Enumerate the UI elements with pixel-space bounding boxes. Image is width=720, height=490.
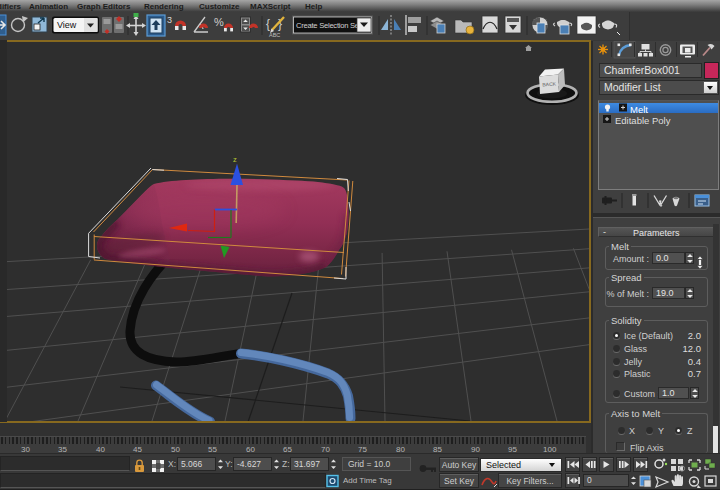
svg-text:BACK: BACK xyxy=(542,81,557,88)
svg-text:Create Selection Se: Create Selection Se xyxy=(296,21,359,30)
svg-text:3: 3 xyxy=(167,15,172,25)
svg-text:View: View xyxy=(57,20,77,30)
svg-text:{: { xyxy=(266,17,270,31)
svg-text:z: z xyxy=(233,155,237,164)
svg-text:%: % xyxy=(214,16,224,28)
svg-text:ABC: ABC xyxy=(269,32,280,38)
